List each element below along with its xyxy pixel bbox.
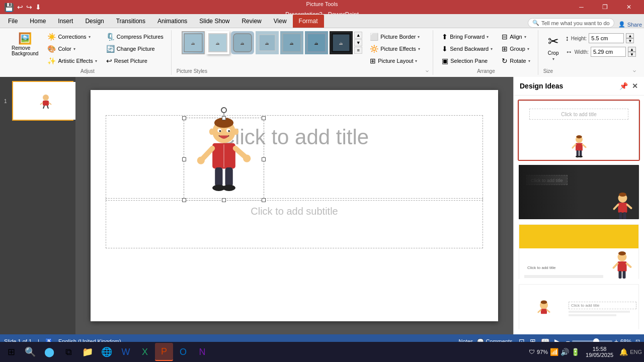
height-up[interactable]: ▲ — [626, 33, 634, 38]
svg-rect-60 — [623, 271, 626, 279]
taskbar-excel[interactable]: X — [136, 343, 154, 361]
border-arrow: ▾ — [418, 35, 420, 39]
taskbar-right: 🛡 97% 📶 🔊 🔋 15:58 19/05/2025 🔔 ENG — [529, 346, 642, 358]
taskbar-edge[interactable]: 🌐 — [98, 343, 116, 361]
tab-view[interactable]: View — [268, 15, 293, 28]
tab-transitions[interactable]: Transitions — [110, 15, 151, 28]
svg-text:⛰: ⛰ — [265, 41, 269, 46]
bring-forward-button[interactable]: ⬆ Bring Forward ▾ — [438, 31, 496, 42]
style-thumb-5[interactable]: ⛰ — [280, 31, 303, 54]
tab-animations[interactable]: Animations — [151, 15, 193, 28]
redo-icon[interactable]: ↪ — [26, 3, 32, 11]
height-input[interactable] — [589, 33, 624, 43]
style-thumb-6[interactable]: ⛰ — [305, 31, 328, 54]
style-thumb-3[interactable]: ⛰ — [231, 31, 254, 54]
ribbon-group-picture-styles: ⛰ ⛰ ⛰ ⛰ ⛰ ⛰ ⛰ — [173, 30, 433, 75]
crop-button[interactable]: ✂ Crop ▾ — [543, 31, 564, 64]
picture-effects-button[interactable]: 🔆 Picture Effects ▾ — [366, 43, 424, 54]
handle-ml[interactable] — [182, 157, 186, 161]
volume-icon[interactable]: 🔊 — [560, 348, 569, 356]
color-button[interactable]: 🎨 Color ▾ — [44, 43, 100, 54]
taskbar-explorer[interactable]: 📁 — [78, 343, 97, 361]
slide-thumbnail-1[interactable]: 1 — [12, 81, 73, 121]
design-idea-1-title: Click to add title — [561, 112, 597, 117]
taskbar-outlook[interactable]: O — [174, 343, 192, 361]
selection-pane-button[interactable]: ▣ Selection Pane — [438, 55, 496, 66]
handle-bm[interactable] — [222, 198, 226, 202]
picture-styles-expand[interactable]: ⌵ — [426, 67, 429, 73]
remove-background-button[interactable]: 🖼️ RemoveBackground — [8, 31, 42, 58]
tab-insert[interactable]: Insert — [52, 15, 79, 28]
design-panel-close[interactable]: ✕ — [632, 82, 638, 90]
change-picture-button[interactable]: 🔄 Change Picture — [103, 43, 167, 54]
send-backward-button[interactable]: ⬇ Send Backward ▾ — [438, 43, 496, 54]
rotate-handle[interactable] — [221, 107, 227, 113]
gallery-down-button[interactable]: ▼ — [354, 39, 362, 46]
task-view-button[interactable]: ⧉ — [59, 343, 77, 361]
reset-picture-button[interactable]: ↩ Reset Picture — [103, 55, 167, 66]
width-down[interactable]: ▼ — [628, 52, 636, 57]
width-label: Width: — [575, 49, 589, 55]
design-panel-pin[interactable]: 📌 — [619, 82, 628, 90]
rotate-button[interactable]: ↻ Rotate ▾ — [498, 55, 533, 66]
artistic-effects-button[interactable]: ✨ Artistic Effects ▾ — [44, 55, 100, 66]
save-icon[interactable]: 💾 — [4, 3, 14, 12]
tab-home[interactable]: Home — [24, 15, 52, 28]
width-input[interactable] — [591, 47, 626, 57]
tell-me-input[interactable]: 🔍 Tell me what you want to do — [528, 18, 614, 28]
taskbar-powerpoint[interactable]: P — [155, 343, 173, 361]
handle-br[interactable] — [262, 198, 266, 202]
style-thumb-4[interactable]: ⛰ — [256, 31, 279, 54]
taskbar-onenote[interactable]: N — [193, 343, 211, 361]
picture-border-button[interactable]: ⬜ Picture Border ▾ — [366, 31, 424, 42]
undo-icon[interactable]: ↩ — [17, 3, 23, 11]
handle-tr[interactable] — [262, 116, 266, 120]
handle-mr[interactable] — [262, 157, 266, 161]
minimize-button[interactable]: ─ — [570, 0, 593, 14]
notification-icon[interactable]: 🔔 — [619, 348, 628, 356]
design-idea-1-character — [569, 135, 589, 160]
tab-slideshow[interactable]: Slide Show — [193, 15, 235, 28]
start-button[interactable]: ⊞ — [2, 343, 20, 361]
taskbar-word[interactable]: W — [117, 343, 135, 361]
tab-review[interactable]: Review — [235, 15, 267, 28]
width-up[interactable]: ▲ — [628, 47, 636, 52]
picture-layout-button[interactable]: ⊞ Picture Layout ▾ — [366, 55, 424, 66]
gallery-up-button[interactable]: ▲ — [354, 32, 362, 39]
height-down[interactable]: ▼ — [626, 38, 634, 43]
share-button[interactable]: 👤 Share — [618, 21, 642, 28]
close-button[interactable]: ✕ — [617, 0, 640, 14]
compress-button[interactable]: 🗜️ Compress Pictures — [103, 31, 167, 42]
design-idea-2[interactable]: Click to add title — [518, 164, 640, 221]
corrections-button[interactable]: ☀️ Corrections ▾ — [44, 31, 100, 42]
handle-bl[interactable] — [182, 198, 186, 202]
restore-button[interactable]: ❐ — [594, 0, 616, 14]
slide-canvas[interactable]: Click to add title Click to add subtitle — [91, 90, 498, 321]
handle-tl[interactable] — [182, 116, 186, 120]
tab-format[interactable]: Format — [293, 15, 324, 28]
size-expand[interactable]: ⌵ — [633, 67, 636, 73]
align-button[interactable]: ⊟ Align ▾ — [498, 31, 533, 42]
design-idea-1[interactable]: Click to add title — [518, 100, 640, 161]
cortana-button[interactable]: ⬤ — [40, 343, 58, 361]
style-thumb-2[interactable]: ⛰ — [206, 31, 229, 54]
gallery-more-button[interactable]: ≡ — [354, 47, 362, 54]
group-button[interactable]: ⊞ Group ▾ — [498, 43, 533, 54]
style-thumb-7[interactable]: ⛰ — [330, 31, 353, 54]
battery-icon[interactable]: 🔋 — [571, 348, 580, 356]
svg-rect-59 — [619, 271, 622, 279]
cortana-icon: ⬤ — [44, 346, 54, 357]
system-clock[interactable]: 15:58 19/05/2025 — [582, 346, 617, 358]
network-icon[interactable]: 📶 — [550, 348, 558, 356]
svg-line-50 — [614, 205, 618, 209]
customize-icon[interactable]: ⬇ — [35, 3, 41, 11]
design-idea-4[interactable]: Click to add title — [518, 283, 640, 330]
character-container[interactable] — [184, 118, 264, 201]
crop-icon: ✂ — [548, 34, 559, 49]
tab-design[interactable]: Design — [79, 15, 110, 28]
search-button[interactable]: 🔍 — [21, 343, 39, 361]
design-idea-3[interactable]: Click to add title — [518, 223, 640, 280]
tab-file[interactable]: File — [2, 15, 24, 28]
handle-tm[interactable] — [222, 116, 226, 120]
style-thumb-1[interactable]: ⛰ — [182, 31, 205, 54]
